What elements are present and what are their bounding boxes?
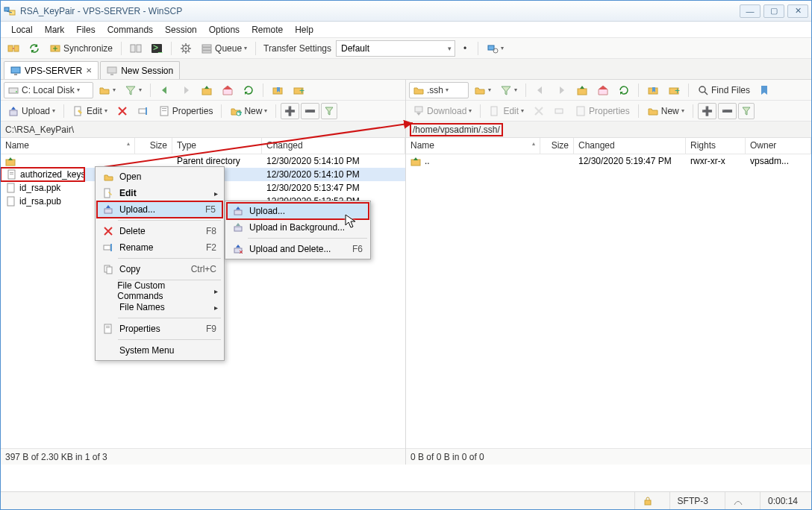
- rcol-changed[interactable]: Changed: [574, 138, 686, 154]
- session-options-icon[interactable]: ▾: [483, 40, 508, 57]
- rcol-owner[interactable]: Owner: [746, 138, 811, 154]
- ctx-copy[interactable]: CopyCtrl+C: [97, 261, 222, 277]
- menu-local[interactable]: Local: [5, 23, 39, 37]
- properties-icon: [103, 324, 113, 334]
- remote-home-icon[interactable]: [593, 82, 613, 98]
- gear-icon[interactable]: [176, 40, 196, 57]
- local-forward-icon[interactable]: [176, 82, 196, 98]
- remote-delete-icon[interactable]: [529, 103, 549, 119]
- col-name[interactable]: Name: [1, 138, 135, 154]
- local-up-icon[interactable]: [197, 82, 216, 98]
- local-home-icon[interactable]: [218, 82, 237, 98]
- ctx-sysmenu[interactable]: System Menu: [97, 342, 222, 359]
- properties-button[interactable]: Properties: [154, 103, 217, 119]
- remote-add-bookmark-icon[interactable]: +: [664, 82, 684, 98]
- ctx-edit[interactable]: Edit▸: [97, 185, 222, 201]
- remote-file-list[interactable]: .. 12/30/2020 5:19:47 PM rwxr-xr-x vpsad…: [406, 154, 811, 448]
- local-add-bookmark-icon[interactable]: +: [289, 82, 308, 98]
- ctx-upload[interactable]: Upload...F5: [97, 201, 222, 218]
- rename-icon[interactable]: [134, 103, 153, 119]
- upload-button[interactable]: Upload▾: [4, 103, 59, 119]
- ctx-properties[interactable]: PropertiesF9: [97, 321, 222, 337]
- menu-remote[interactable]: Remote: [246, 23, 289, 37]
- remote-minus-icon[interactable]: ➖: [718, 103, 737, 119]
- remote-new-button[interactable]: New▾: [643, 103, 688, 119]
- local-open-folder-icon[interactable]: ▾: [95, 82, 119, 98]
- menu-help[interactable]: Help: [289, 23, 319, 37]
- tab-close-icon[interactable]: ✕: [86, 66, 92, 75]
- local-filter-icon[interactable]: ▾: [121, 82, 146, 98]
- maximize-button[interactable]: ▢: [763, 4, 784, 18]
- menu-options[interactable]: Options: [203, 23, 246, 37]
- remote-properties-button[interactable]: Properties: [571, 103, 634, 119]
- monitor-icon: [10, 66, 21, 76]
- subctx-upload-bg[interactable]: Upload in Background...: [227, 219, 369, 236]
- col-type[interactable]: Type: [172, 138, 262, 154]
- remote-plus-icon[interactable]: ➕: [698, 103, 716, 119]
- svg-rect-28: [139, 109, 146, 113]
- rcol-name[interactable]: Name: [406, 138, 540, 154]
- folder-up-icon: [5, 155, 17, 167]
- find-files-button[interactable]: Find Files: [693, 82, 754, 98]
- elapsed-time: 0:00:14: [760, 492, 805, 509]
- download-button[interactable]: Download▾: [409, 103, 475, 119]
- local-drive-combo[interactable]: C: Local Disk▾: [4, 82, 93, 98]
- console-icon[interactable]: >_: [147, 40, 166, 57]
- ctx-fcc[interactable]: File Custom Commands▸: [97, 283, 222, 299]
- col-changed[interactable]: Changed: [262, 138, 405, 154]
- file-row[interactable]: .. 12/30/2020 5:19:47 PM rwxr-xr-x vpsad…: [406, 154, 811, 168]
- plus-icon[interactable]: ➕: [281, 103, 299, 119]
- svg-rect-6: [137, 45, 141, 52]
- remote-bookmark-icon[interactable]: [643, 82, 663, 98]
- upload-icon: [103, 204, 113, 215]
- remote-edit-button[interactable]: Edit▾: [485, 103, 528, 119]
- close-button[interactable]: ✕: [787, 4, 808, 18]
- remote-refresh-icon[interactable]: [614, 82, 634, 98]
- menu-mark[interactable]: Mark: [39, 23, 71, 37]
- svg-rect-18: [107, 67, 116, 73]
- menu-files[interactable]: Files: [70, 23, 101, 37]
- app-icon: [4, 5, 16, 17]
- remote-open-folder-icon[interactable]: ▾: [470, 82, 495, 98]
- remote-filter-icon[interactable]: ▾: [496, 82, 521, 98]
- synchronize-button[interactable]: Synchronize: [46, 40, 116, 57]
- transfer-settings-edit-icon[interactable]: •: [457, 40, 473, 57]
- rcol-rights[interactable]: Rights: [686, 138, 746, 154]
- remote-rename-icon[interactable]: [550, 103, 569, 119]
- svg-rect-35: [6, 160, 15, 166]
- edit-button[interactable]: Edit▾: [69, 103, 111, 119]
- remote-bookmark-list-icon[interactable]: [755, 82, 773, 98]
- col-size[interactable]: Size: [135, 138, 172, 154]
- new-folder-button[interactable]: +New▾: [226, 103, 271, 119]
- minimize-button[interactable]: —: [740, 4, 761, 18]
- filter-toggle-icon[interactable]: [321, 103, 337, 119]
- subctx-upload[interactable]: Upload...: [227, 203, 369, 219]
- menu-session[interactable]: Session: [159, 23, 203, 37]
- local-back-icon[interactable]: [155, 82, 175, 98]
- svg-rect-0: [4, 7, 9, 11]
- minus-icon[interactable]: ➖: [301, 103, 319, 119]
- delete-icon[interactable]: [113, 103, 132, 119]
- remote-back-icon[interactable]: [531, 82, 550, 98]
- remote-forward-icon[interactable]: [552, 82, 571, 98]
- ctx-open[interactable]: Open: [97, 169, 222, 185]
- queue-button[interactable]: Queue▾: [197, 40, 251, 57]
- compare-icon[interactable]: [126, 40, 146, 57]
- remote-dir-combo[interactable]: .ssh▾: [409, 82, 469, 98]
- lock-icon: [634, 492, 660, 509]
- rcol-size[interactable]: Size: [540, 138, 574, 154]
- transfer-settings-combo[interactable]: Default: [336, 40, 455, 57]
- ctx-rename[interactable]: RenameF2: [97, 239, 222, 256]
- local-bookmark-icon[interactable]: [268, 82, 287, 98]
- menu-commands[interactable]: Commands: [102, 23, 159, 37]
- subctx-upload-del[interactable]: Upload and Delete...F6: [227, 241, 369, 257]
- session-tab-active[interactable]: VPS-SERVER ✕: [4, 61, 99, 79]
- ctx-filenames[interactable]: File Names▸: [97, 299, 222, 315]
- local-refresh-icon[interactable]: [239, 82, 258, 98]
- remote-filter-toggle-icon[interactable]: [738, 103, 755, 119]
- sync-browse-icon[interactable]: [4, 40, 23, 57]
- remote-up-icon[interactable]: [572, 82, 592, 98]
- sync-icon[interactable]: [25, 40, 44, 57]
- new-session-tab[interactable]: New Session: [100, 61, 180, 79]
- ctx-delete[interactable]: DeleteF8: [97, 223, 222, 239]
